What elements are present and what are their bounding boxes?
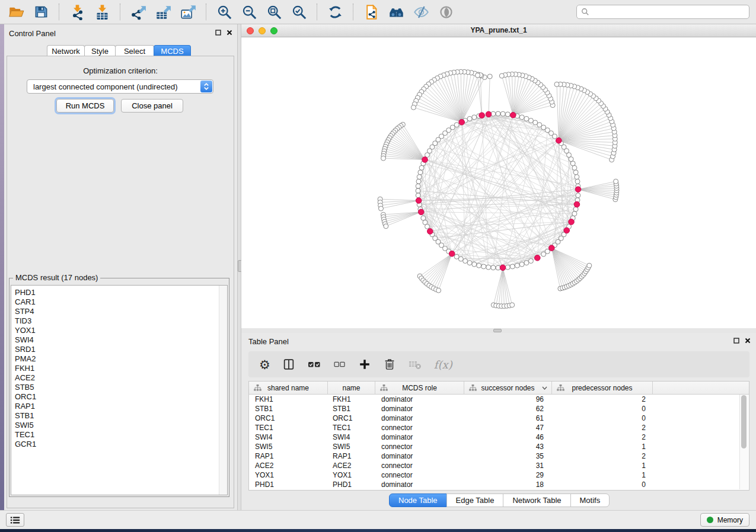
tab-mcds[interactable]: MCDS (154, 45, 191, 56)
export-network-icon (130, 4, 146, 20)
zoom-in-button[interactable] (215, 2, 234, 21)
network-title: YPA_prune.txt_1 (241, 24, 756, 37)
result-list-scrollbar[interactable] (219, 286, 227, 495)
close-panel-icon[interactable] (227, 30, 232, 36)
mcds-result-title: MCDS result (17 nodes) (13, 273, 100, 282)
import-table-icon (94, 4, 110, 20)
export-table-button[interactable] (154, 2, 173, 21)
table-row[interactable]: RAP1 RAP1 dominator 35 2 (249, 451, 749, 461)
table-row[interactable]: ACE2 ACE2 connector 31 1 (249, 461, 749, 470)
refresh-button[interactable] (326, 2, 344, 21)
zoom-fit-button[interactable] (264, 2, 283, 21)
delete-table-button[interactable] (408, 358, 422, 370)
select-all-rows-button[interactable] (307, 359, 321, 370)
horizontal-splitter[interactable] (241, 328, 756, 333)
import-network-button[interactable] (68, 2, 87, 21)
select-all-icon (307, 359, 321, 370)
deselect-all-rows-button[interactable] (333, 360, 346, 369)
status-bar: Memory (0, 510, 756, 529)
traffic-minimize-icon[interactable] (259, 27, 266, 34)
tab-network[interactable]: Network (47, 45, 85, 56)
mcds-result-item[interactable]: RAP1 (15, 402, 227, 411)
find-network-button[interactable] (387, 2, 406, 21)
tab-motifs[interactable]: Motifs (570, 493, 610, 507)
table-row[interactable]: TEC1 TEC1 connector 47 2 (249, 423, 749, 432)
tab-select[interactable]: Select (115, 45, 154, 56)
tab-style[interactable]: Style (84, 45, 116, 56)
mcds-result-item[interactable]: SWI4 (15, 335, 227, 345)
column-header-predecessor-nodes[interactable]: predecessor nodes (552, 382, 653, 394)
hide-graphics-details-button[interactable] (412, 2, 430, 21)
import-table-button[interactable] (92, 2, 111, 21)
task-history-button[interactable] (6, 513, 24, 527)
export-image-button[interactable] (178, 2, 197, 21)
new-network-file-icon (363, 4, 379, 20)
float-panel-icon[interactable] (733, 338, 739, 344)
import-network-icon (69, 4, 85, 20)
table-header-row: shared name name MCDS role (249, 382, 749, 395)
mcds-result-item[interactable]: ORC1 (15, 392, 227, 402)
tab-node-table[interactable]: Node Table (389, 493, 447, 507)
traffic-zoom-icon[interactable] (270, 27, 277, 34)
mcds-result-item[interactable]: PHD1 (15, 288, 227, 297)
memory-button[interactable]: Memory (700, 513, 749, 527)
mcds-result-item[interactable]: ACE2 (15, 373, 227, 383)
zoom-selected-icon (291, 4, 307, 20)
mcds-result-item[interactable]: FKH1 (15, 364, 227, 373)
toolbar-separator (317, 4, 317, 20)
new-network-from-file-button[interactable] (362, 2, 381, 21)
open-session-button[interactable] (7, 2, 25, 21)
table-row[interactable]: ORC1 ORC1 dominator 61 0 (249, 414, 749, 423)
optimization-criterion-value: largest connected component (undirected) (33, 82, 178, 91)
mcds-result-item[interactable]: SWI5 (15, 421, 227, 430)
table-row[interactable]: SWI4 SWI4 dominator 46 2 (249, 432, 749, 442)
column-header-mcds-role[interactable]: MCDS role (375, 382, 464, 394)
table-scrollbar[interactable] (739, 395, 748, 489)
delete-column-button[interactable] (383, 358, 396, 371)
table-row[interactable]: YOX1 YOX1 connector 29 1 (249, 470, 749, 480)
traffic-close-icon[interactable] (247, 27, 254, 34)
table-panel: Table Panel ⚙ (241, 333, 756, 510)
horizontal-splitter-handle[interactable] (493, 329, 502, 332)
close-panel-icon[interactable] (745, 338, 751, 344)
mcds-result-item[interactable]: STP4 (15, 307, 227, 316)
zoom-out-button[interactable] (240, 2, 259, 21)
zoom-selected-button[interactable] (289, 2, 308, 21)
show-graphics-details-button[interactable] (436, 2, 455, 21)
run-mcds-button[interactable]: Run MCDS (56, 99, 114, 113)
column-header-successor-nodes[interactable]: successor nodes (464, 382, 552, 394)
column-header-shared-name[interactable]: shared name (249, 382, 328, 394)
table-settings-button[interactable]: ⚙ (259, 358, 270, 371)
float-panel-icon[interactable] (215, 30, 221, 36)
function-builder-button[interactable]: f(x) (434, 358, 452, 371)
optimization-criterion-select[interactable]: largest connected component (undirected) (27, 79, 213, 94)
mcds-result-item[interactable]: GCR1 (15, 440, 227, 449)
table-row[interactable]: PHD1 PHD1 dominator 18 0 (249, 480, 749, 489)
network-canvas[interactable] (241, 37, 756, 328)
table-row[interactable]: SWI5 SWI5 connector 43 1 (249, 442, 749, 451)
table-row[interactable]: STB1 STB1 dominator 62 0 (249, 404, 749, 414)
tab-network-table[interactable]: Network Table (503, 493, 570, 507)
vertical-splitter[interactable] (237, 24, 241, 510)
mcds-result-item[interactable]: TEC1 (15, 430, 227, 440)
desktop-edge-strip (0, 24, 4, 510)
mcds-result-item[interactable]: SRD1 (15, 345, 227, 354)
create-column-button[interactable] (358, 358, 371, 371)
open-folder-icon (8, 4, 24, 20)
export-network-button[interactable] (129, 2, 148, 21)
tab-edge-table[interactable]: Edge Table (446, 493, 504, 507)
toggle-columns-button[interactable] (282, 358, 295, 371)
mcds-result-item[interactable]: CAR1 (15, 297, 227, 307)
column-header-name[interactable]: name (328, 382, 375, 394)
mcds-result-item[interactable]: TID3 (15, 316, 227, 326)
table-row[interactable]: FKH1 FKH1 dominator 96 2 (249, 395, 749, 404)
mcds-result-item[interactable]: STB5 (15, 383, 227, 392)
mcds-result-item[interactable]: YOX1 (15, 326, 227, 335)
save-session-button[interactable] (31, 2, 50, 21)
table-body: FKH1 FKH1 dominator 96 2 STB1 STB1 domin… (249, 395, 749, 489)
table-scrollbar-thumb[interactable] (741, 395, 747, 448)
mcds-result-item[interactable]: STB1 (15, 411, 227, 421)
mcds-result-item[interactable]: PMA2 (15, 354, 227, 364)
close-panel-button[interactable]: Close panel (121, 99, 183, 113)
search-input[interactable] (592, 7, 745, 17)
